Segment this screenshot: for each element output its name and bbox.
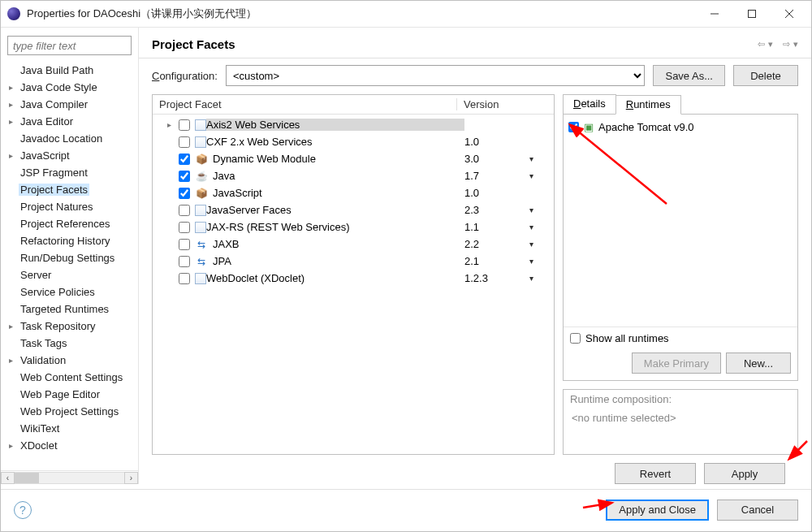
facet-name: JPA [213, 255, 464, 267]
sidebar-item[interactable]: JSP Fragment [1, 164, 138, 181]
sidebar-item[interactable]: Web Content Settings [1, 369, 138, 386]
sidebar-item[interactable]: Web Page Editor [1, 386, 138, 403]
facet-row[interactable]: 📦JavaScript1.0 [153, 184, 554, 201]
save-as-button[interactable]: Save As... [653, 65, 725, 86]
sidebar-item[interactable]: Service Policies [1, 283, 138, 301]
sidebar-item[interactable]: ▸Validation [1, 352, 138, 369]
tab-runtimes[interactable]: Runtimes [615, 95, 681, 115]
sidebar-item-label: Java Editor [19, 115, 75, 128]
sidebar-item[interactable]: Web Project Settings [1, 403, 138, 420]
apply-button[interactable]: Apply [704, 463, 785, 484]
filter-input[interactable] [7, 36, 132, 55]
facet-checkbox[interactable] [179, 171, 190, 182]
facet-name: JAX-RS (REST Web Services) [206, 221, 464, 233]
facet-row[interactable]: CXF 2.x Web Services1.0 [153, 133, 554, 150]
facet-row[interactable]: JavaServer Faces2.3▾ [153, 201, 554, 218]
new-runtime-button[interactable]: New... [726, 353, 791, 374]
facet-version: 2.3 [464, 204, 529, 216]
chevron-right-icon: ▸ [9, 100, 17, 109]
tab-details[interactable]: Details [563, 94, 616, 114]
facet-checkbox[interactable] [179, 222, 190, 233]
version-dropdown-icon[interactable]: ▾ [529, 240, 554, 249]
column-version[interactable]: Version [456, 98, 554, 110]
cancel-button[interactable]: Cancel [717, 500, 798, 521]
facet-name: Dynamic Web Module [213, 153, 464, 165]
sidebar-item[interactable]: ▸Java Code Style [1, 79, 138, 96]
category-list[interactable]: Java Build Path▸Java Code Style▸Java Com… [1, 60, 138, 470]
apply-and-close-button[interactable]: Apply and Close [606, 500, 709, 521]
facet-row[interactable]: ⇆JAXB2.2▾ [153, 236, 554, 253]
facet-checkbox[interactable] [179, 273, 190, 284]
minimize-button[interactable] [696, 2, 733, 26]
java-icon: ☕ [195, 170, 208, 183]
facet-row[interactable]: 📦Dynamic Web Module3.0▾ [153, 150, 554, 167]
sidebar-item[interactable]: Project References [1, 215, 138, 232]
facet-row[interactable]: ☕Java1.7▾ [153, 167, 554, 184]
sidebar-item[interactable]: WikiText [1, 420, 138, 437]
configuration-select[interactable]: <custom> [226, 65, 646, 86]
document-icon [195, 136, 206, 148]
show-all-runtimes-checkbox[interactable] [570, 333, 581, 344]
chevron-right-icon: ▸ [9, 117, 17, 126]
maximize-button[interactable] [733, 2, 771, 26]
sidebar-item[interactable]: Project Facets [1, 181, 138, 198]
sidebar-item[interactable]: Refactoring History [1, 232, 138, 249]
jar-icon: 📦 [195, 187, 208, 200]
chevron-right-icon: ▸ [9, 151, 17, 160]
server-icon: ▣ [584, 121, 594, 133]
sidebar-item[interactable]: Run/Debug Settings [1, 249, 138, 266]
sidebar-item[interactable]: Javadoc Location [1, 130, 138, 147]
make-primary-button: Make Primary [632, 353, 721, 374]
facet-checkbox[interactable] [179, 188, 190, 199]
sidebar-item[interactable]: Project Natures [1, 198, 138, 215]
version-dropdown-icon[interactable]: ▾ [529, 257, 554, 266]
close-button[interactable] [771, 2, 808, 26]
facet-row[interactable]: JAX-RS (REST Web Services)1.1▾ [153, 218, 554, 236]
runtime-checkbox[interactable] [568, 122, 579, 132]
sidebar-item[interactable]: ▸Java Compiler [1, 96, 138, 113]
document-icon [195, 205, 206, 216]
sidebar-item[interactable]: Server [1, 266, 138, 283]
sidebar-item-label: Java Build Path [19, 64, 95, 76]
version-dropdown-icon[interactable]: ▾ [529, 154, 554, 163]
sidebar-item-label: Run/Debug Settings [19, 252, 116, 264]
version-dropdown-icon[interactable]: ▾ [529, 223, 554, 231]
sidebar-item[interactable]: ▸XDoclet [1, 437, 138, 454]
sidebar-item[interactable]: ▸JavaScript [1, 147, 138, 164]
facet-name: JavaScript [213, 187, 464, 199]
sidebar-item[interactable]: ▸Java Editor [1, 113, 138, 130]
version-dropdown-icon[interactable]: ▾ [529, 205, 554, 214]
title-bar: Properties for DAOceshi（讲课用小实例无代理） [1, 1, 811, 27]
column-project-facet[interactable]: Project Facet [153, 98, 456, 110]
sidebar-item-label: Server [19, 269, 53, 281]
version-dropdown-icon[interactable]: ▾ [529, 171, 554, 180]
jaxb-icon: ⇆ [195, 255, 208, 268]
facet-row[interactable]: ⇆JPA2.1▾ [153, 253, 554, 270]
revert-button[interactable]: Revert [615, 463, 696, 484]
delete-button[interactable]: Delete [733, 65, 798, 86]
help-icon[interactable]: ? [14, 501, 32, 519]
sidebar-scrollbar[interactable]: ‹› [1, 470, 138, 484]
sidebar-item[interactable]: ▸Task Repository [1, 318, 138, 335]
facet-checkbox[interactable] [179, 119, 190, 131]
sidebar-item[interactable]: Task Tags [1, 335, 138, 352]
facet-row[interactable]: ▸Axis2 Web Services [153, 116, 554, 133]
version-dropdown-icon[interactable]: ▾ [529, 274, 554, 283]
facet-checkbox[interactable] [179, 205, 190, 216]
sidebar-item[interactable]: Targeted Runtimes [1, 301, 138, 318]
runtime-item[interactable]: ▣ Apache Tomcat v9.0 [568, 119, 793, 135]
facet-name: CXF 2.x Web Services [206, 136, 464, 148]
facet-checkbox[interactable] [179, 256, 190, 267]
facet-checkbox[interactable] [179, 239, 190, 250]
document-icon [195, 222, 206, 233]
facets-table[interactable]: Project Facet Version ▸Axis2 Web Service… [152, 94, 555, 455]
sidebar-item-label: XDoclet [19, 439, 59, 452]
facet-checkbox[interactable] [179, 136, 190, 148]
facet-checkbox[interactable] [179, 154, 190, 165]
facet-row[interactable]: WebDoclet (XDoclet)1.2.3▾ [153, 270, 554, 287]
history-nav[interactable]: ⇦▾ ⇨▾ [758, 38, 798, 50]
expand-icon[interactable]: ▸ [167, 120, 179, 129]
runtimes-list: ▣ Apache Tomcat v9.0 [564, 115, 797, 327]
jar-icon: 📦 [195, 153, 208, 166]
sidebar-item[interactable]: Java Build Path [1, 62, 138, 79]
